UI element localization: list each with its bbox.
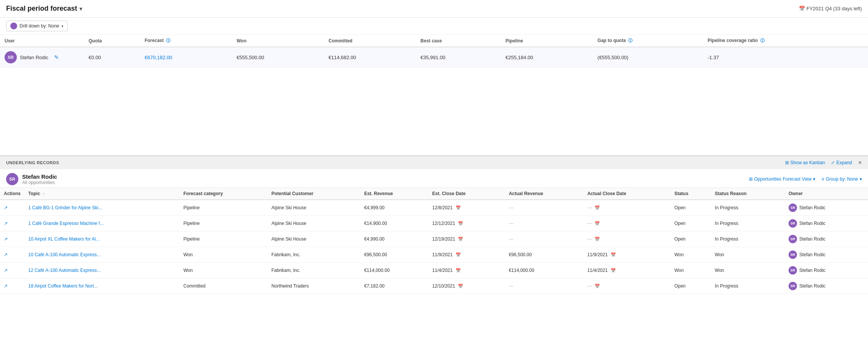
cell-actual-close-date: --- 📅	[584, 216, 671, 231]
actual-close-date-cal-icon[interactable]: 📅	[595, 221, 600, 226]
col-committed: Committed	[324, 35, 416, 47]
open-record-icon[interactable]: ↗	[4, 252, 8, 257]
person-name: Stefan Rodic	[22, 173, 57, 180]
cell-owner: SR Stefan Rodic	[785, 247, 868, 263]
cell-potential-customer: Alpine Ski House	[268, 200, 360, 216]
est-close-date-cal-icon[interactable]: 📅	[458, 237, 463, 241]
cell-topic: 1 Café BG-1 Grinder for Alpine Ski...	[24, 200, 179, 216]
owner-name: Stefan Rodic	[799, 283, 826, 289]
cell-status: Open	[671, 200, 711, 216]
cell-actual-close-date: --- 📅	[584, 231, 671, 247]
owner-name: Stefan Rodic	[799, 252, 826, 257]
topic-link[interactable]: 1 Café Grande Espresso Machine f...	[28, 221, 103, 226]
cell-topic: 10 Café A-100 Automatic Express...	[24, 247, 179, 263]
cell-est-revenue: €4,999.00	[360, 200, 428, 216]
expand-button[interactable]: ⤢ Expand	[831, 160, 852, 165]
drill-down-button[interactable]: Drill down by: None ▾	[6, 21, 68, 31]
cell-est-revenue: €114,000.00	[360, 263, 428, 278]
cell-forecast-category: Won	[179, 263, 268, 278]
owner-avatar: SR	[789, 250, 797, 259]
top-header: Fiscal period forecast ▾ 📅 FY2021 Q4 (33…	[0, 0, 868, 18]
cell-actual-close-date: --- 📅	[584, 200, 671, 216]
topic-sort-icon[interactable]: ↑	[42, 192, 44, 196]
actual-close-date-cal-icon[interactable]: 📅	[595, 284, 600, 288]
cell-actual-revenue: ---	[505, 231, 584, 247]
est-close-date-cal-icon[interactable]: 📅	[456, 252, 461, 257]
cell-status-reason: Won	[711, 263, 785, 278]
owner-name: Stefan Rodic	[799, 268, 826, 273]
cell-actual-revenue: €96,500.00	[505, 247, 584, 263]
cell-won: €555,500.00	[232, 47, 324, 68]
est-close-date-cal-icon[interactable]: 📅	[456, 205, 461, 210]
cell-topic: 10 Airpot XL Coffee Makers for Al...	[24, 231, 179, 247]
cell-pipeline-coverage: -1.37	[703, 47, 868, 68]
cell-actions: ↗	[0, 263, 24, 278]
col-est-revenue: Est. Revenue	[360, 188, 428, 200]
fiscal-period-label: FY2021 Q4 (33 days left)	[807, 6, 862, 11]
owner-avatar: SR	[789, 282, 797, 290]
cell-pipeline: €255,184.00	[501, 47, 593, 68]
edit-quota-icon[interactable]: ✎	[54, 54, 59, 60]
cell-status-reason: In Progress	[711, 278, 785, 294]
col-forecast: Forecast ⓘ	[140, 35, 232, 47]
header-left: Fiscal period forecast ▾	[6, 5, 82, 13]
actual-close-date-cal-icon[interactable]: 📅	[595, 237, 600, 241]
col-forecast-category: Forecast category	[179, 188, 268, 200]
group-by-button[interactable]: ≡ Group by: None ▾	[821, 176, 862, 182]
topic-link[interactable]: 10 Airpot XL Coffee Makers for Al...	[28, 236, 100, 242]
forecast-info-icon[interactable]: ⓘ	[166, 38, 170, 43]
empty-space	[0, 68, 868, 155]
cell-status: Won	[671, 263, 711, 278]
title-chevron[interactable]: ▾	[79, 6, 82, 12]
cell-potential-customer: Fabrikam, Inc.	[268, 263, 360, 278]
col-actual-close-date: Actual Close Date	[584, 188, 671, 200]
stefan-avatar: SR	[5, 51, 17, 63]
cell-est-revenue: €4,990.00	[360, 231, 428, 247]
cell-est-close-date: 11/4/2021 📅	[428, 263, 505, 278]
topic-link[interactable]: 18 Airpot Coffee Makers for Nort...	[28, 283, 98, 289]
cell-actual-close-date: 11/4/2021 📅	[584, 263, 671, 278]
cell-status: Open	[671, 231, 711, 247]
topic-link[interactable]: 1 Café BG-1 Grinder for Alpine Ski...	[28, 205, 102, 210]
col-actions: Actions	[0, 188, 24, 200]
gap-info-icon[interactable]: ⓘ	[628, 38, 632, 43]
actual-close-date-cal-icon[interactable]: 📅	[595, 205, 600, 210]
show-as-kanban-button[interactable]: ⊞ Show as Kanban	[785, 160, 825, 165]
est-close-date-cal-icon[interactable]: 📅	[456, 268, 461, 273]
col-gap-to-quota: Gap to quota ⓘ	[593, 35, 703, 47]
open-record-icon[interactable]: ↗	[4, 268, 8, 273]
est-close-date-cal-icon[interactable]: 📅	[458, 284, 463, 288]
cell-best-case: €35,991.00	[416, 47, 501, 68]
cell-status: Open	[671, 216, 711, 231]
opportunities-forecast-view-button[interactable]: ⊞ Opportunities Forecast View ▾	[749, 176, 816, 182]
open-record-icon[interactable]: ↗	[4, 205, 8, 210]
record-row: ↗ 10 Airpot XL Coffee Makers for Al... P…	[0, 231, 868, 247]
person-header-left: SR Stefan Rodic All opportunities	[6, 173, 57, 185]
open-record-icon[interactable]: ↗	[4, 283, 8, 289]
page-title: Fiscal period forecast	[6, 5, 77, 13]
col-best-case: Best case	[416, 35, 501, 47]
cell-user: SR Stefan Rodic ✎	[0, 47, 84, 68]
forecast-row-stefan: SR Stefan Rodic ✎ €0.00 €670,182.00 €555…	[0, 47, 868, 68]
topic-link[interactable]: 10 Café A-100 Automatic Express...	[28, 252, 100, 257]
pipeline-coverage-info-icon[interactable]: ⓘ	[760, 38, 765, 43]
owner-name: Stefan Rodic	[799, 205, 826, 210]
cell-est-close-date: 11/9/2021 📅	[428, 247, 505, 263]
col-status: Status	[671, 188, 711, 200]
topic-link[interactable]: 12 Café A-100 Automatic Express...	[28, 268, 100, 273]
actual-close-date-cal-icon[interactable]: 📅	[611, 252, 616, 257]
close-underlying-button[interactable]: ✕	[858, 160, 862, 165]
col-user: User	[0, 35, 84, 47]
col-pipeline-coverage: Pipeline coverage ratio ⓘ	[703, 35, 868, 47]
cell-forecast: €670,182.00	[140, 47, 232, 68]
user-name: Stefan Rodic	[20, 55, 48, 60]
open-record-icon[interactable]: ↗	[4, 221, 8, 226]
cell-potential-customer: Northwind Traders	[268, 278, 360, 294]
open-record-icon[interactable]: ↗	[4, 236, 8, 242]
actual-close-date-cal-icon[interactable]: 📅	[611, 268, 616, 273]
group-by-chevron: ▾	[860, 176, 862, 182]
cell-topic: 1 Café Grande Espresso Machine f...	[24, 216, 179, 231]
est-close-date-cal-icon[interactable]: 📅	[458, 221, 463, 226]
view-icon: ⊞	[749, 176, 753, 182]
col-won: Won	[232, 35, 324, 47]
